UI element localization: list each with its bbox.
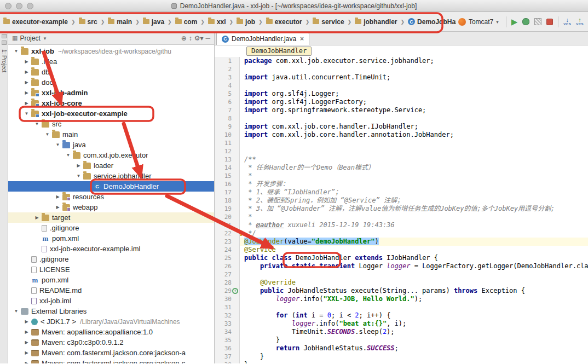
code-line-4[interactable]: 4 <box>215 82 588 90</box>
tree-item-maven-com-fasterxml-jackson-core-jackson-a[interactable]: ▶Maven: com.fasterxml.jackson.core:jacks… <box>8 348 214 358</box>
tree-item-maven-com-fasterxml-jackson-core-jackson-c[interactable]: ▶Maven: com.fasterxml.jackson.core:jacks… <box>8 358 214 363</box>
tree-item-xxl-job[interactable]: ▼xxl-job~/workspaces/idea-git-workspace/… <box>8 46 214 56</box>
project-tool-button[interactable]: 1: Project <box>1 49 7 72</box>
code-line-32[interactable]: 32 for (int i = 0; i < 2; i++) { <box>215 311 588 320</box>
tree-item-external-libraries[interactable]: ▼External Libraries <box>8 306 214 316</box>
tree-item-doc[interactable]: ▶doc <box>8 77 214 88</box>
code-line-29[interactable]: 29↑ public JobHandleStatus execute(Strin… <box>215 287 588 295</box>
run-button[interactable]: ▶ <box>511 18 518 26</box>
code-line-22[interactable]: 22 */ <box>215 229 588 238</box>
tree-item-gitignore[interactable]: .gitignore <box>8 254 214 264</box>
expander-collapsed-icon[interactable]: ▶ <box>23 80 30 85</box>
code-line-12[interactable]: 12 <box>215 147 588 155</box>
override-method-icon[interactable]: ↑ <box>232 288 238 294</box>
vcs-commit-button[interactable]: ↑VCS <box>576 18 584 26</box>
code-line-34[interactable]: 34 TimeUnit.SECONDS.sleep(2); <box>215 328 588 336</box>
tree-item-pom-xml[interactable]: mpom.xml <box>8 233 214 244</box>
expander-collapsed-icon[interactable]: ▶ <box>23 70 30 74</box>
code-line-6[interactable]: 6import org.slf4j.LoggerFactory; <box>215 98 588 106</box>
tree-item-java[interactable]: ▼java <box>8 140 214 150</box>
scroll-to-source-icon[interactable]: ↕ <box>189 34 192 42</box>
code-line-18[interactable]: 18 * 2、装配到Spring，例如加 “@Service” 注解； <box>215 197 588 205</box>
code-line-7[interactable]: 7import org.springframework.stereotype.S… <box>215 106 588 114</box>
expander-collapsed-icon[interactable]: ▶ <box>23 350 30 355</box>
breadcrumb-class-chip[interactable]: DemoJobHandler <box>246 47 312 56</box>
code-line-11[interactable]: 11 <box>215 139 588 147</box>
intention-bulb-icon[interactable] <box>240 230 244 236</box>
tree-item-src[interactable]: ▼src <box>8 119 214 129</box>
tree-item-loader[interactable]: ▶loader <box>8 160 214 171</box>
tool-window-icon[interactable] <box>2 34 7 38</box>
expander-collapsed-icon[interactable]: ▶ <box>23 90 30 95</box>
breadcrumb-item-xxl[interactable]: xxl <box>207 18 227 26</box>
code-line-24[interactable]: 24@Service <box>215 246 588 254</box>
close-icon[interactable]: × <box>300 35 304 43</box>
code-line-38[interactable]: 38} <box>215 361 588 363</box>
tree-item-jdk1-7[interactable]: ▶< JDK1.7 >/Library/Java/JavaVirtualMach… <box>8 316 214 327</box>
gear-icon[interactable]: ⚙▾ <box>194 34 204 42</box>
code-line-20[interactable]: 20 * <box>215 213 588 221</box>
expander-collapsed-icon[interactable]: ▶ <box>23 319 30 324</box>
expander-collapsed-icon[interactable]: ▶ <box>23 361 30 363</box>
debug-button[interactable] <box>522 18 529 25</box>
code-line-33[interactable]: 33 logger.info("beat at:{}", i); <box>215 320 588 328</box>
expander-collapsed-icon[interactable]: ▶ <box>23 59 30 64</box>
tree-item-resources[interactable]: ▶resources <box>8 192 214 202</box>
expander-expanded-icon[interactable]: ▼ <box>44 132 51 137</box>
code-line-31[interactable]: 31 <box>215 303 588 311</box>
expander-expanded-icon[interactable]: ▼ <box>33 122 41 126</box>
tab-demojobhandler-java[interactable]: C DemoJobHandler.java × <box>216 32 309 45</box>
tree-item-webapp[interactable]: ▶webapp <box>8 202 214 212</box>
breadcrumb-item-main[interactable]: main <box>107 18 133 26</box>
tree-item-maven-aopalliance-aopalliance-1-0[interactable]: ▶Maven: aopalliance:aopalliance:1.0 <box>8 327 214 337</box>
code-line-9[interactable]: 9import com.xxl.job.core.handler.IJobHan… <box>215 123 588 131</box>
locate-icon[interactable]: ⊕ <box>181 34 187 42</box>
tree-item-maven-c3p0-c3p0-0-9-1-2[interactable]: ▶Maven: c3p0:c3p0:0.9.1.2 <box>8 337 214 348</box>
run-config-selector[interactable]: Tomcat7 ▾ <box>456 17 501 27</box>
code-line-10[interactable]: 10import com.xxl.job.core.handler.annota… <box>215 131 588 139</box>
code-line-25[interactable]: 25public class DemoJobHandler extends IJ… <box>215 254 588 262</box>
expander-collapsed-icon[interactable]: ▶ <box>54 205 61 210</box>
code-line-17[interactable]: 17 * 1、继承 “IJobHandler”； <box>215 188 588 197</box>
breadcrumb-item-executor-example[interactable]: executor-example <box>2 18 69 26</box>
tree-item-gitignore[interactable]: .gitignore <box>8 223 214 233</box>
coverage-button[interactable] <box>534 18 541 25</box>
breadcrumb-item-demojobhandler[interactable]: CDemoJobHandler <box>407 18 456 26</box>
code-line-15[interactable]: 15 * <box>215 172 588 180</box>
code-line-14[interactable]: 14 * 任务Handler的一个Demo（Bean模式） <box>215 164 588 172</box>
code-line-8[interactable]: 8 <box>215 114 588 123</box>
expander-expanded-icon[interactable]: ▼ <box>54 142 61 147</box>
breadcrumb-item-service[interactable]: service <box>312 18 345 26</box>
tree-item-idea[interactable]: ▶.idea <box>8 56 214 67</box>
chevron-down-icon[interactable]: ▾ <box>44 36 47 41</box>
expander-collapsed-icon[interactable]: ▶ <box>54 194 61 199</box>
tree-item-db[interactable]: ▶db <box>8 67 214 77</box>
code-line-28[interactable]: 28 @Override <box>215 279 588 287</box>
tree-item-xxl-job-core[interactable]: ▶xxl-job-core <box>8 98 214 108</box>
tree-item-target[interactable]: ▶target <box>8 212 214 223</box>
breadcrumb-item-src[interactable]: src <box>78 18 99 26</box>
tree-item-com-xxl-job-executor[interactable]: ▼com.xxl.job.executor <box>8 150 214 160</box>
tree-item-xxl-job-executor-example[interactable]: ▼xxl-job-executor-example <box>8 108 214 119</box>
expander-collapsed-icon[interactable]: ▶ <box>23 101 30 106</box>
code-line-36[interactable]: 36 return JobHandleStatus.SUCCESS; <box>215 344 588 353</box>
code-line-13[interactable]: 13/** <box>215 155 588 164</box>
code-line-27[interactable]: 27 <box>215 270 588 279</box>
tree-item-xxl-job-admin[interactable]: ▶xxl-job-admin <box>8 88 214 98</box>
expander-collapsed-icon[interactable]: ▶ <box>33 215 41 220</box>
breadcrumb-item-jobhandler[interactable]: jobhandler <box>354 18 398 26</box>
stop-button[interactable] <box>546 19 553 25</box>
tree-item-xxl-job-iml[interactable]: xxl-job.iml <box>8 296 214 306</box>
tree-item-pom-xml[interactable]: mpom.xml <box>8 275 214 285</box>
expander-collapsed-icon[interactable]: ▶ <box>75 163 82 168</box>
code-line-1[interactable]: 1package com.xxl.job.executor.service.jo… <box>215 57 588 65</box>
code-line-21[interactable]: 21 * @author xuxueli 2015-12-19 19:43:36 <box>215 221 588 229</box>
tree-item-main[interactable]: ▼main <box>8 129 214 140</box>
tree-item-demojobhandler[interactable]: CDemoJobHandler <box>8 181 214 192</box>
expander-expanded-icon[interactable]: ▼ <box>23 111 30 116</box>
code-line-3[interactable]: 3import java.util.concurrent.TimeUnit; <box>215 73 588 82</box>
breadcrumb-item-job[interactable]: job <box>235 18 256 26</box>
vcs-update-button[interactable]: ↓VCS <box>563 18 571 26</box>
breadcrumb-item-executor[interactable]: executor <box>265 18 303 26</box>
code-line-23[interactable]: 23@JobHander(value="demoJobHandler") <box>215 238 588 246</box>
